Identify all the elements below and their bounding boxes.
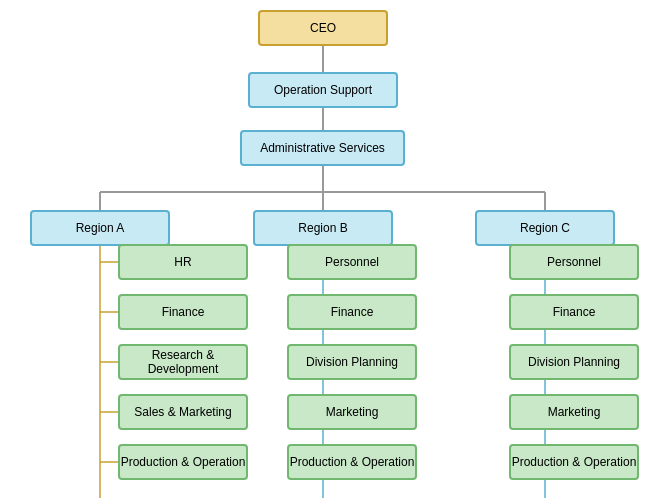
a-sm-node: Sales & Marketing bbox=[118, 394, 248, 430]
ceo-node: CEO bbox=[258, 10, 388, 46]
region-a-label: Region A bbox=[76, 221, 125, 235]
region-a-node: Region A bbox=[30, 210, 170, 246]
a-sm-label: Sales & Marketing bbox=[134, 405, 231, 419]
c-marketing-node: Marketing bbox=[509, 394, 639, 430]
a-hr-label: HR bbox=[174, 255, 191, 269]
b-po-label: Production & Operation bbox=[290, 455, 415, 469]
c-marketing-label: Marketing bbox=[548, 405, 601, 419]
b-dp-node: Division Planning bbox=[287, 344, 417, 380]
ceo-label: CEO bbox=[310, 21, 336, 35]
b-finance-label: Finance bbox=[331, 305, 374, 319]
b-marketing-label: Marketing bbox=[326, 405, 379, 419]
op-support-node: Operation Support bbox=[248, 72, 398, 108]
region-b-node: Region B bbox=[253, 210, 393, 246]
b-personnel-node: Personnel bbox=[287, 244, 417, 280]
b-marketing-node: Marketing bbox=[287, 394, 417, 430]
c-finance-node: Finance bbox=[509, 294, 639, 330]
b-personnel-label: Personnel bbox=[325, 255, 379, 269]
a-po-node: Production & Operation bbox=[118, 444, 248, 480]
b-po-node: Production & Operation bbox=[287, 444, 417, 480]
region-b-label: Region B bbox=[298, 221, 347, 235]
region-c-label: Region C bbox=[520, 221, 570, 235]
c-dp-node: Division Planning bbox=[509, 344, 639, 380]
a-finance-node: Finance bbox=[118, 294, 248, 330]
c-po-node: Production & Operation bbox=[509, 444, 639, 480]
a-rd-node: Research & Development bbox=[118, 344, 248, 380]
b-finance-node: Finance bbox=[287, 294, 417, 330]
c-po-label: Production & Operation bbox=[512, 455, 637, 469]
a-po-label: Production & Operation bbox=[121, 455, 246, 469]
admin-services-node: Administrative Services bbox=[240, 130, 405, 166]
b-dp-label: Division Planning bbox=[306, 355, 398, 369]
admin-services-label: Administrative Services bbox=[260, 141, 385, 155]
c-finance-label: Finance bbox=[553, 305, 596, 319]
a-hr-node: HR bbox=[118, 244, 248, 280]
org-chart: CEO Operation Support Administrative Ser… bbox=[0, 0, 650, 504]
c-dp-label: Division Planning bbox=[528, 355, 620, 369]
c-personnel-label: Personnel bbox=[547, 255, 601, 269]
region-c-node: Region C bbox=[475, 210, 615, 246]
a-finance-label: Finance bbox=[162, 305, 205, 319]
op-support-label: Operation Support bbox=[274, 83, 372, 97]
c-personnel-node: Personnel bbox=[509, 244, 639, 280]
a-rd-label: Research & Development bbox=[120, 348, 246, 376]
